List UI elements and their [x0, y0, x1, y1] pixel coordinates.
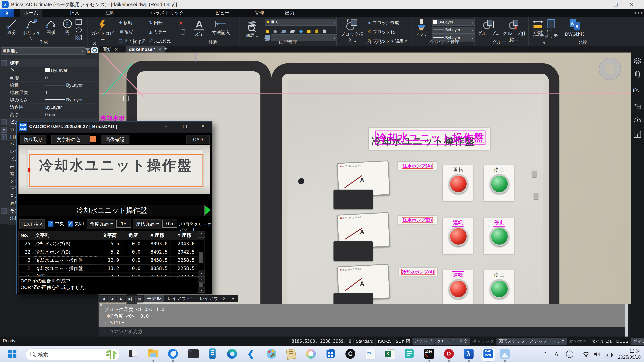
- section-standard[interactable]: 標準: [8, 59, 98, 67]
- rotate-button[interactable]: ↻ 回転: [149, 20, 162, 26]
- linetype-bylayer-select[interactable]: ByLayer∨: [432, 27, 475, 34]
- status-snap[interactable]: スナップ: [412, 338, 434, 345]
- run-insert-icon[interactable]: [205, 206, 211, 215]
- status-tile[interactable]: タイル 1:1: [589, 338, 614, 345]
- wifi-icon[interactable]: [582, 351, 590, 359]
- terminal-icon[interactable]: >_: [187, 349, 198, 359]
- tab-home[interactable]: ホーム: [20, 9, 42, 17]
- filter-icon[interactable]: [84, 48, 90, 54]
- task-view-button[interactable]: [128, 349, 139, 359]
- last-layout-icon[interactable]: ▶|: [126, 296, 134, 303]
- maximize-icon[interactable]: ▢: [183, 123, 187, 129]
- panel-close-icon[interactable]: ✕: [93, 41, 96, 46]
- status-ortho[interactable]: 直交: [457, 338, 470, 345]
- ocr-text-input[interactable]: 冷却水ユニット操作盤: [19, 205, 204, 216]
- collapse-box[interactable]: −: [1, 208, 6, 214]
- circle-button[interactable]: 円: [61, 18, 74, 36]
- prop-row-linetype[interactable]: 線種ByLayer: [8, 81, 98, 89]
- dwg-compare-button[interactable]: AB DWG比較: [564, 18, 586, 37]
- ocr-selection-handle[interactable]: [28, 168, 30, 172]
- hidden-icons-chevron[interactable]: ⌃: [543, 351, 547, 356]
- drafting-panel-icon[interactable]: [634, 131, 641, 140]
- text-button[interactable]: A 文字: [192, 18, 206, 37]
- app-menu-button[interactable]: λ: [0, 9, 14, 17]
- col-x[interactable]: X 座標: [144, 231, 170, 239]
- close-icon[interactable]: ✕: [100, 303, 102, 307]
- array-icon[interactable]: [178, 29, 184, 35]
- status-ducs[interactable]: DUCS: [614, 338, 630, 345]
- volume-icon[interactable]: [594, 351, 601, 359]
- drag-handle-icon[interactable]: ⋮⋮: [100, 314, 106, 318]
- close-icon[interactable]: ✕: [201, 123, 205, 129]
- tab-annotate[interactable]: 注釈: [101, 9, 118, 17]
- status-polar[interactable]: 極トラック: [470, 338, 496, 345]
- tab-output[interactable]: 出力: [281, 9, 298, 17]
- pick-icon[interactable]: [548, 19, 555, 28]
- layer-select[interactable]: 0 ∨: [265, 19, 337, 26]
- line-button[interactable]: 線分: [4, 18, 20, 36]
- clipboard-app-icon[interactable]: [404, 349, 415, 359]
- quick-select-eye-button[interactable]: [91, 47, 98, 53]
- command-history[interactable]: ブロック尺度 <1.0>: 1.0 回転角度 <0>: 0.0 : STYLE: [98, 304, 625, 327]
- polyline-button[interactable]: ポリライン: [21, 18, 42, 42]
- excel-icon[interactable]: X: [384, 349, 395, 359]
- new-doc-tab-button[interactable]: +: [164, 46, 167, 51]
- scrollbar-thumb[interactable]: [199, 252, 203, 263]
- navigation-wheel[interactable]: [599, 58, 621, 80]
- doc-tab-drawing[interactable]: daikeihosei*✕: [126, 46, 165, 52]
- status-2d[interactable]: 2D作図: [394, 338, 412, 345]
- tab-layout1[interactable]: レイアウト1: [164, 295, 196, 302]
- cloud-upload-icon[interactable]: [633, 117, 642, 124]
- delete-icon[interactable]: ✕: [178, 20, 183, 26]
- col-y[interactable]: Y 座標: [172, 231, 197, 239]
- tab-model[interactable]: モデル: [144, 295, 164, 302]
- scrollbar-thumb[interactable]: [199, 283, 203, 287]
- thunderbird-icon[interactable]: [168, 349, 178, 359]
- match-properties-button[interactable]: マッチ: [413, 19, 430, 37]
- status-lineweight[interactable]: 線の太さ: [567, 338, 589, 345]
- status-strack[interactable]: スナップトラック: [527, 338, 567, 345]
- arc-button[interactable]: 円弧: [44, 18, 58, 36]
- next-layout-icon[interactable]: ▶: [117, 296, 125, 303]
- scroll-down-icon[interactable]: ∨: [198, 287, 205, 293]
- prop-row-transparency[interactable]: 透過性ByLayer: [8, 103, 98, 111]
- bricscad-taskbar-icon[interactable]: λ: [463, 349, 474, 359]
- scroll-up-icon[interactable]: ∧: [198, 277, 205, 283]
- status-standard[interactable]: Standard: [353, 338, 375, 345]
- tab-insert[interactable]: 挿入: [66, 9, 83, 17]
- status-grid[interactable]: グリッド: [434, 338, 456, 345]
- col-string[interactable]: 文字列: [34, 231, 98, 239]
- ime-j-indicator[interactable]: J: [566, 351, 574, 358]
- expand-box[interactable]: +: [1, 127, 6, 133]
- selection-dropdown[interactable]: 選択無し ∨: [1, 47, 85, 55]
- paint-icon[interactable]: [266, 349, 277, 359]
- autocad-2026-icon[interactable]: 2026: [424, 349, 434, 359]
- blockify-button[interactable]: ⊘ ブロック化: [368, 29, 395, 35]
- tab-parametric[interactable]: パラメトリック: [146, 9, 188, 17]
- scroll-up-icon[interactable]: ∧: [198, 231, 205, 238]
- ellipse-icon[interactable]: [76, 27, 82, 32]
- frame-color-button[interactable]: 文字枠の色 =: [51, 135, 90, 144]
- minimize-icon[interactable]: –: [165, 123, 167, 129]
- attachments-panel-icon[interactable]: [634, 71, 641, 81]
- prop-row-elevation[interactable]: 高さ0 mm: [8, 111, 98, 119]
- ribbon-more-icon[interactable]: ● ● ●: [634, 11, 643, 15]
- move-button[interactable]: ✥ 移動: [119, 20, 132, 26]
- status-iso25[interactable]: ISO-25: [375, 338, 394, 345]
- expand-box[interactable]: +: [1, 134, 6, 140]
- device-app-icon[interactable]: [207, 349, 218, 359]
- new-layout-button[interactable]: +: [228, 295, 238, 302]
- group-button[interactable]: グループ...: [476, 18, 500, 36]
- table-row[interactable]: 25 冷却水ポンプ(B) 5.5 0.0 8093.0 2043.0: [19, 240, 198, 248]
- layers-button[interactable]: 画層...: [241, 20, 262, 38]
- prop-row-ltscale[interactable]: 線種尺度1: [8, 89, 98, 96]
- snipping-tool-icon[interactable]: ✂: [365, 349, 376, 359]
- rectangle-icon[interactable]: [76, 19, 82, 25]
- first-layout-icon[interactable]: |◀: [99, 296, 107, 303]
- tab-layout2[interactable]: レイアウト2: [196, 295, 228, 302]
- center-checkbox[interactable]: ✓ 中央: [48, 221, 64, 227]
- collapse-box[interactable]: −: [1, 60, 6, 66]
- doc-tab-start[interactable]: 開始✕: [100, 46, 122, 52]
- cadocr-titlebar[interactable]: CADOCR CADOCR 0.97c 2025.08.27 [ BricsCA…: [17, 121, 212, 133]
- delphi-icon[interactable]: D: [444, 349, 454, 359]
